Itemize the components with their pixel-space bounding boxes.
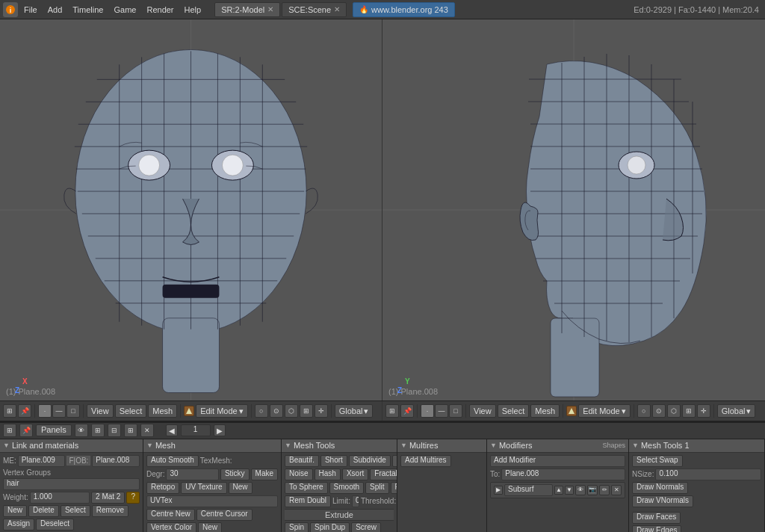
weight-value-btn[interactable]: 1.000 [30, 492, 90, 504]
face-select-btn[interactable]: □ [66, 404, 80, 418]
subsurf-delete-btn[interactable]: ✕ [611, 485, 622, 495]
mesh-menu-right[interactable]: Mesh [530, 404, 560, 418]
panels-view-icon[interactable]: 👁 [75, 424, 88, 437]
vertex-select-btn-r[interactable]: · [421, 404, 434, 418]
panels-next-btn[interactable]: ▶ [214, 424, 226, 436]
link-panel-arrow[interactable]: ▼ [3, 442, 10, 449]
close-tab2-icon[interactable]: ✕ [334, 5, 340, 13]
menu-render[interactable]: Render [142, 4, 178, 16]
mesh-tools-arrow[interactable]: ▼ [285, 442, 291, 449]
nsize-value-btn[interactable]: 0.100 [655, 468, 761, 480]
blender-icon[interactable]: i [3, 2, 18, 17]
mat-extra-btn[interactable]: ? [126, 492, 140, 504]
panels-button[interactable]: Panels [36, 424, 72, 436]
panels-close-icon[interactable]: ✕ [140, 424, 154, 437]
centre-cursor-btn[interactable]: Centre Cursor [196, 509, 253, 521]
menu-file[interactable]: File [19, 4, 42, 16]
menu-timeline[interactable]: Timeline [68, 4, 108, 16]
panels-grid-icon3[interactable]: ⊞ [124, 424, 137, 437]
subsurf-down-btn[interactable]: ▼ [565, 486, 574, 495]
retopo-btn[interactable]: Retopo [146, 482, 179, 494]
uv-texture-btn[interactable]: UV Texture [181, 482, 226, 494]
viewport-type-icon-r[interactable]: ⊞ [385, 404, 399, 418]
noise-btn[interactable]: Noise [285, 468, 313, 480]
edge-select-btn[interactable]: — [52, 404, 66, 418]
centre-new-btn[interactable]: Centre New [146, 509, 195, 521]
subdivide-btn[interactable]: Subdivide [349, 455, 391, 467]
menu-help[interactable]: Help [180, 4, 206, 16]
sticky-btn[interactable]: Sticky [220, 468, 250, 480]
me-value-btn[interactable]: Plane.009 [18, 455, 66, 467]
panels-grid-icon2[interactable]: ⊟ [108, 424, 121, 437]
viewport-left[interactable]: (1) Plane.008 Z X [0, 19, 382, 400]
draw-vnormals-btn[interactable]: Draw VNormals [632, 495, 693, 507]
mesh-menu-left[interactable]: Mesh [148, 404, 177, 418]
beautif-btn[interactable]: Beautif. [285, 455, 319, 467]
to-value-btn[interactable]: Plane.008 [501, 468, 625, 480]
new1-btn[interactable]: New [3, 505, 27, 517]
grid-icon[interactable]: ⊞ [300, 404, 313, 418]
panels-prev-btn[interactable]: ◀ [166, 424, 178, 436]
view-menu[interactable]: View [87, 404, 114, 418]
subsurf-cam-btn[interactable]: 📷 [587, 485, 598, 495]
vg-name-btn[interactable]: hair [3, 478, 140, 490]
make-btn[interactable]: Make [251, 468, 278, 480]
select-swap-btn[interactable]: Select Swap [632, 455, 683, 467]
pin-icon[interactable]: 📌 [18, 404, 31, 418]
select-menu-left[interactable]: Select [115, 404, 147, 418]
cursor-icon-r[interactable]: ✛ [697, 404, 710, 418]
xsort-btn[interactable]: Xsort [342, 468, 368, 480]
subsurf-eye-btn[interactable]: 👁 [575, 485, 586, 495]
spin-dup-btn[interactable]: Spin Dup [310, 522, 350, 532]
snap-icon[interactable]: ⊙ [270, 404, 283, 418]
cursor-icon[interactable]: ✛ [315, 404, 328, 418]
subsurf-expand-btn[interactable]: ▶ [494, 486, 503, 495]
vertex-color-btn[interactable]: Vertex Color [146, 522, 196, 532]
uvtex-btn[interactable]: UVTex [146, 495, 278, 507]
multires-arrow[interactable]: ▼ [400, 442, 407, 449]
tab-sce-scene[interactable]: SCE:Scene ✕ [282, 2, 347, 17]
edit-mode-dropdown-r[interactable]: Edit Mode ▾ [578, 404, 631, 418]
global-dropdown-right[interactable]: Global ▾ [717, 404, 756, 418]
edge-select-btn-r[interactable]: — [435, 404, 448, 418]
modifiers-arrow[interactable]: ▼ [490, 442, 497, 449]
select-menu-right[interactable]: Select [498, 404, 530, 418]
uv-new-btn[interactable]: New [229, 482, 253, 494]
assign-btn[interactable]: Assign [3, 519, 34, 531]
edit-mode-dropdown[interactable]: Edit Mode ▾ [196, 404, 248, 418]
global-dropdown-left[interactable]: Global ▾ [335, 404, 374, 418]
draw-edges-btn[interactable]: Draw Edges [632, 525, 681, 532]
panels-grid-icon1[interactable]: ⊞ [91, 424, 105, 437]
draw-normals-btn[interactable]: Draw Normals [632, 482, 688, 494]
close-tab-icon[interactable]: ✕ [267, 5, 273, 13]
tab-website[interactable]: 🔥 www.blender.org 243 [353, 2, 455, 17]
flip-normal-btn[interactable]: Flip Normal [391, 482, 397, 494]
spin-btn[interactable]: Spin [285, 522, 309, 532]
panels-page-num[interactable]: 1 [181, 424, 211, 436]
mesh-panel-arrow[interactable]: ▼ [146, 442, 153, 449]
panels-viewport-icon[interactable]: ⊞ [3, 424, 16, 437]
menu-add[interactable]: Add [43, 4, 67, 16]
split-btn[interactable]: Split [365, 482, 388, 494]
smooth-btn[interactable]: Smooth [329, 482, 364, 494]
viewport-right[interactable]: (1) Plane.008 Z Y [382, 19, 765, 400]
delete1-btn[interactable]: Delete [28, 505, 59, 517]
vc-new-btn[interactable]: New [198, 522, 222, 532]
add-multires-btn[interactable]: Add Multires [400, 455, 451, 467]
short-btn[interactable]: Short [320, 455, 347, 467]
tab-sr2-model[interactable]: SR:2-Model ✕ [214, 2, 280, 17]
subsurf-name-btn[interactable]: Subsurf [504, 484, 553, 496]
rem-doubl-btn[interactable]: Rem Doubl [285, 495, 331, 507]
proportional-edit-btn[interactable]: ○ [255, 404, 268, 418]
viewport-type-icon[interactable]: ⊞ [3, 404, 16, 418]
ob-value-btn[interactable]: Plane.008 [92, 455, 140, 467]
vertex-select-btn[interactable]: · [38, 404, 52, 418]
subsurf-edit-btn[interactable]: ✏ [599, 485, 610, 495]
fractal-btn[interactable]: Fractal [370, 468, 397, 480]
screw-btn[interactable]: Screw [351, 522, 381, 532]
innervert-btn[interactable]: Innervert [392, 455, 397, 467]
mirror-icon-r[interactable]: ⬡ [667, 404, 681, 418]
view-menu-r[interactable]: View [469, 404, 496, 418]
menu-game[interactable]: Game [109, 4, 140, 16]
limit-value-btn[interactable]: 0.001 [352, 495, 359, 507]
